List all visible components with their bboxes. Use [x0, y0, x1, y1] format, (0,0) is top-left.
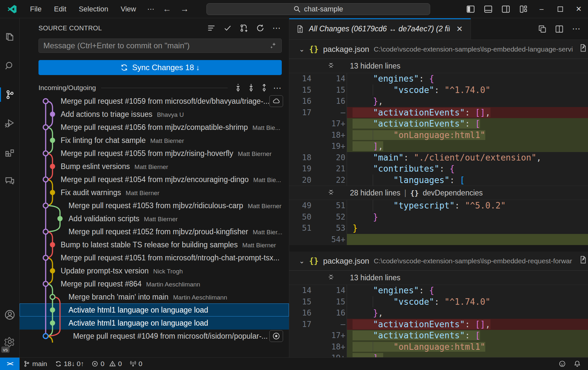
diff-line[interactable]: 18+ "onLanguage:html1" — [289, 130, 588, 141]
maximize-button[interactable] — [551, 0, 569, 18]
diff-line[interactable]: 5052 } — [289, 211, 588, 223]
diff-line[interactable]: 17+ "activationEvents": [ — [289, 118, 588, 130]
diff-file-header[interactable]: ⌄{}package.jsonC:\code\vscode-extension-… — [289, 252, 588, 270]
diff-line[interactable]: 17– "activationEvents": [], — [289, 107, 588, 118]
activitybar-chat[interactable] — [0, 166, 19, 195]
commit-row[interactable]: Bump to latest stable TS release for bui… — [20, 238, 289, 251]
commit-row[interactable]: Merge pull request #1054 from mjbvz/enco… — [20, 173, 289, 186]
go-to-file-icon[interactable] — [577, 44, 587, 54]
sparkle-icon[interactable] — [269, 41, 278, 50]
menu-selection[interactable]: Selection — [73, 3, 113, 15]
diff-line[interactable]: 17– "activationEvents": [], — [289, 319, 588, 330]
notifications-bell-icon[interactable] — [570, 360, 585, 367]
diff-line[interactable]: 54+ — [289, 234, 588, 245]
commit-row[interactable]: Bump eslint versionsMatt Bierner — [20, 160, 289, 173]
account-icon[interactable] — [0, 301, 19, 329]
commit-check-icon[interactable] — [221, 22, 234, 34]
remote-indicator[interactable]: >< — [0, 358, 20, 370]
chevron-down-icon[interactable]: ⌄ — [299, 257, 305, 265]
diff-editor[interactable]: ⌄{}package.jsonC:\code\vscode-extension-… — [289, 40, 588, 357]
sync-changes-button[interactable]: Sync Changes 18 ↓ — [38, 60, 282, 75]
activitybar-source-control[interactable] — [0, 80, 19, 109]
push-icon[interactable] — [258, 82, 270, 94]
menu-view[interactable]: View — [115, 3, 141, 15]
diff-file-header[interactable]: ⌄{}package.jsonC:\code\vscode-extension-… — [289, 40, 588, 59]
commit-row[interactable]: Merge pull request #1059 from microsoft/… — [20, 95, 289, 108]
copilot-icon[interactable] — [555, 360, 570, 367]
diff-line[interactable]: 1515 "vscode": "^1.74.0" — [289, 85, 588, 96]
commit-row[interactable]: Merge pull request #1055 from mjbvz/risi… — [20, 147, 289, 160]
create-pull-request-icon[interactable] — [237, 22, 250, 34]
diff-line[interactable]: 19+ ], — [289, 141, 588, 152]
settings-gear-icon[interactable]: vs — [0, 329, 19, 355]
diff-line[interactable]: 1414 "engines": { — [289, 73, 588, 85]
commit-row[interactable]: Merge pull request #1056 from mjbvz/comp… — [20, 121, 289, 134]
commit-row[interactable]: Fix linting for chat sampleMatt Bierner — [20, 134, 289, 147]
diff-line[interactable]: 1921 "contributes": { — [289, 163, 588, 175]
sync-status[interactable]: 18↓ 0↑ — [51, 358, 88, 370]
command-center-search[interactable]: chat-sample — [206, 3, 430, 15]
diff-line[interactable]: 17+ "activationEvents": [ — [289, 330, 588, 341]
commit-row[interactable]: Merge pull request #1051 from microsoft/… — [20, 251, 289, 264]
hidden-lines-bar[interactable]: 13 hidden lines — [289, 59, 588, 73]
target-icon[interactable] — [269, 330, 283, 342]
tab-close-icon[interactable]: ✕ — [454, 23, 465, 35]
cloud-icon[interactable] — [269, 95, 283, 107]
commit-row[interactable]: Merge pull request #1053 from mjbvz/ridi… — [20, 199, 289, 212]
more-actions-icon[interactable]: ⋯ — [270, 22, 283, 34]
commit-row[interactable]: Merge pull request #1049 from microsoft/… — [20, 330, 289, 343]
diff-line[interactable]: 1616 }, — [289, 307, 588, 319]
commit-row[interactable]: Update prompt-tsx versionNick Trogh — [20, 264, 289, 277]
diff-line[interactable]: 4951 "typescript": "^5.0.2" — [289, 200, 588, 211]
diff-line[interactable]: 1414 "engines": { — [289, 285, 588, 296]
branch-status[interactable]: main — [20, 358, 51, 370]
commit-row[interactable]: Merge pull request #1052 from mjbvz/prou… — [20, 225, 289, 238]
customize-layout-icon[interactable] — [515, 2, 532, 16]
toggle-secondary-sidebar-icon[interactable] — [497, 2, 515, 16]
menu-overflow[interactable]: ⋯ — [143, 3, 158, 15]
activitybar-run-debug[interactable] — [0, 109, 19, 138]
go-to-file-icon[interactable] — [577, 255, 587, 265]
ports-status[interactable]: 0 — [126, 358, 146, 370]
toggle-sidebar-icon[interactable] — [462, 2, 479, 16]
activitybar-search[interactable] — [0, 52, 19, 80]
forward-arrow-icon[interactable]: → — [176, 3, 193, 15]
minimize-button[interactable]: – — [532, 0, 551, 18]
unfold-icon[interactable] — [327, 273, 335, 282]
copy-icon[interactable] — [535, 22, 550, 36]
back-arrow-icon[interactable]: ← — [158, 3, 176, 15]
menu-edit[interactable]: Edit — [49, 3, 71, 15]
commit-row[interactable]: Activate html1 language on language load — [20, 316, 289, 330]
commit-row[interactable]: Merge branch 'main' into mainMartin Aesc… — [20, 290, 289, 303]
incoming-outgoing-header[interactable]: Incoming/Outgoing ⋯ — [38, 81, 283, 95]
view-sort-icon[interactable] — [205, 22, 218, 34]
diff-line[interactable]: 2022 "languages": [ — [289, 175, 588, 186]
chevron-down-icon[interactable]: ⌄ — [299, 45, 305, 53]
unfold-icon[interactable] — [327, 188, 335, 197]
pull-icon[interactable] — [245, 82, 257, 94]
more-actions-icon[interactable]: ⋯ — [569, 22, 583, 36]
commit-row[interactable]: Merge pull request #864Martin Aeschliman… — [20, 277, 289, 290]
commit-row[interactable]: Fix audit warningsMatt Bierner — [20, 186, 289, 199]
unfold-icon[interactable] — [327, 61, 335, 70]
close-button[interactable]: ✕ — [569, 0, 588, 18]
problems-status[interactable]: 0 0 — [88, 358, 126, 370]
commit-row[interactable]: Activate html1 language on language load — [20, 303, 289, 316]
diff-line[interactable]: 1616 }, — [289, 96, 588, 107]
tab-all-changes[interactable]: All Changes (06179cd6 ↔ de7a4ec7) (2 fil… — [289, 18, 471, 39]
activitybar-extensions[interactable] — [0, 138, 19, 166]
hidden-lines-bar[interactable]: 13 hidden lines — [289, 270, 588, 285]
diff-line[interactable]: 5153} — [289, 223, 588, 234]
diff-line[interactable]: 19+ ], — [289, 352, 588, 357]
diff-line[interactable]: 1820 "main": "./client/out/extension", — [289, 152, 588, 163]
diff-line[interactable]: 18+ "onLanguage:html1" — [289, 341, 588, 353]
more-actions-icon[interactable]: ⋯ — [271, 82, 283, 94]
activitybar-explorer[interactable] — [0, 23, 19, 52]
commit-row[interactable]: Add actions to triage issuesBhavya U — [20, 108, 289, 121]
commit-message-input[interactable]: Message (Ctrl+Enter to commit on "main") — [38, 39, 282, 53]
menu-file[interactable]: File — [25, 3, 47, 15]
refresh-icon[interactable] — [254, 22, 267, 34]
split-editor-icon[interactable] — [552, 22, 566, 36]
fetch-icon[interactable] — [232, 82, 244, 94]
commit-row[interactable]: Add validation scriptsMatt Bierner — [20, 212, 289, 225]
